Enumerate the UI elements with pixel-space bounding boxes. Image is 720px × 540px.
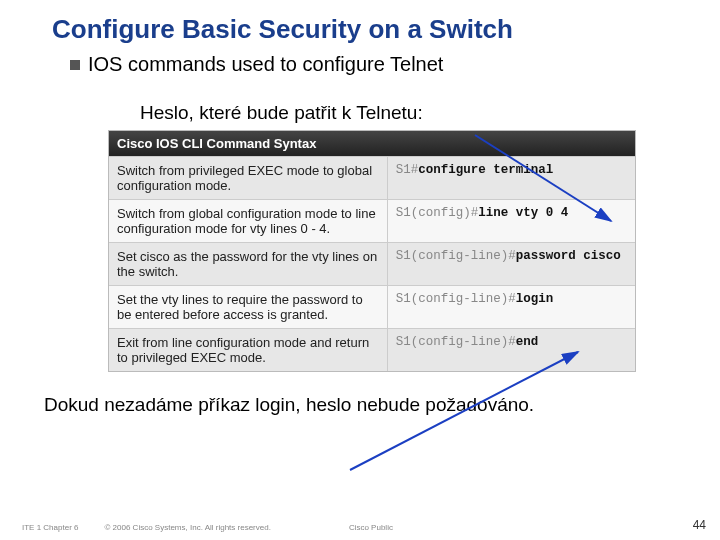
slide-title: Configure Basic Security on a Switch [0, 0, 720, 49]
cli-keyword: login [516, 292, 554, 306]
row-description: Switch from privileged EXEC mode to glob… [109, 157, 388, 199]
table-row: Set cisco as the password for the vty li… [109, 242, 635, 285]
cli-prompt: S1(config)# [396, 206, 479, 220]
row-description: Exit from line configuration mode and re… [109, 329, 388, 371]
cli-keyword: configure terminal [418, 163, 553, 177]
row-command: S1(config-line)#password cisco [388, 243, 635, 285]
slide-footer: ITE 1 Chapter 6 © 2006 Cisco Systems, In… [0, 523, 720, 532]
row-command: S1(config-line)#end [388, 329, 635, 371]
row-command: S1#configure terminal [388, 157, 635, 199]
row-command: S1(config)#line vty 0 4 [388, 200, 635, 242]
footer-classification: Cisco Public [349, 523, 393, 532]
table-row: Switch from privileged EXEC mode to glob… [109, 156, 635, 199]
row-command: S1(config-line)#login [388, 286, 635, 328]
cli-prompt: S1(config-line)# [396, 292, 516, 306]
cli-prompt: S1(config-line)# [396, 335, 516, 349]
cli-keyword: line vty 0 4 [478, 206, 568, 220]
cli-prompt: S1(config-line)# [396, 249, 516, 263]
row-description: Set the vty lines to require the passwor… [109, 286, 388, 328]
row-description: Set cisco as the password for the vty li… [109, 243, 388, 285]
page-number: 44 [693, 518, 706, 532]
cli-syntax-table: Cisco IOS CLI Command Syntax Switch from… [108, 130, 636, 372]
cli-prompt: S1# [396, 163, 419, 177]
footer-copyright: © 2006 Cisco Systems, Inc. All rights re… [104, 523, 270, 532]
bottom-note: Dokud nezadáme příkaz login, heslo nebud… [0, 372, 720, 416]
bullet-item: IOS commands used to configure Telnet [0, 49, 720, 76]
subheading: Heslo, které bude patřit k Telnetu: [0, 76, 720, 130]
table-row: Set the vty lines to require the passwor… [109, 285, 635, 328]
cli-syntax-header: Cisco IOS CLI Command Syntax [109, 131, 635, 156]
cli-keyword: end [516, 335, 539, 349]
footer-chapter: ITE 1 Chapter 6 [22, 523, 78, 532]
table-row: Exit from line configuration mode and re… [109, 328, 635, 371]
table-row: Switch from global configuration mode to… [109, 199, 635, 242]
bullet-text: IOS commands used to configure Telnet [88, 53, 443, 76]
square-bullet-icon [70, 60, 80, 70]
cli-keyword: password cisco [516, 249, 621, 263]
row-description: Switch from global configuration mode to… [109, 200, 388, 242]
